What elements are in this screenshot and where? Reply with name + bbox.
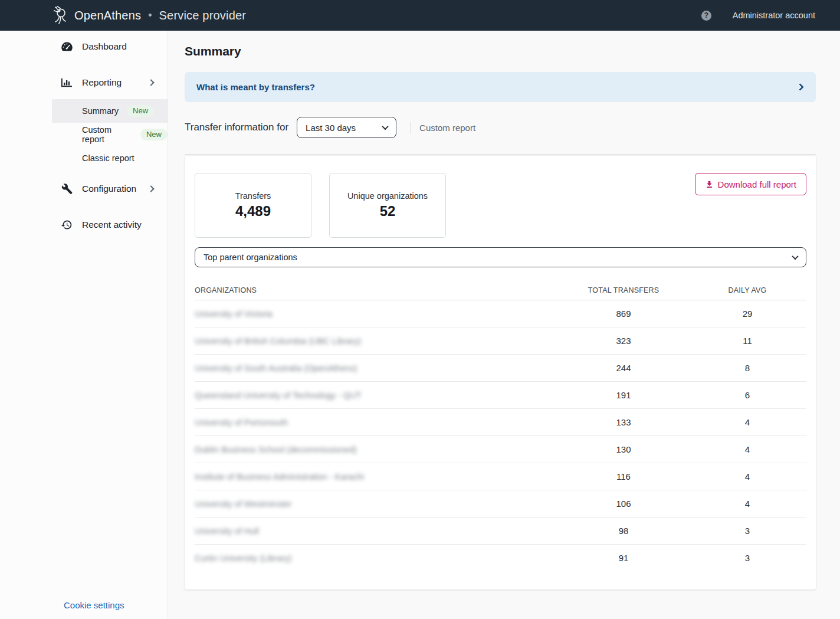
custom-report-link[interactable]: Custom report <box>419 123 475 133</box>
table-row: University of Hull 98 3 <box>195 518 806 545</box>
chevron-down-icon <box>792 253 798 260</box>
new-badge: New <box>127 105 154 117</box>
organization-view-select[interactable]: Top parent organizations <box>195 247 806 267</box>
stat-card-transfers: Transfers 4,489 <box>195 173 311 238</box>
chevron-right-icon <box>147 185 154 192</box>
total-transfers-value: 130 <box>559 436 688 463</box>
daily-avg-value: 3 <box>688 545 806 572</box>
download-icon <box>705 180 714 189</box>
brand-link[interactable]: OpenAthens • Service provider <box>52 5 246 25</box>
sidebar-item-label: Dashboard <box>82 41 127 52</box>
vertical-divider <box>411 122 411 133</box>
table-row: University of South Australia (OpenAthen… <box>195 355 806 382</box>
table-row: Institute of Business Administration - K… <box>195 463 806 490</box>
sidebar-item-custom-report[interactable]: Custom report New <box>52 123 168 146</box>
sidebar-item-reporting[interactable]: Reporting <box>0 70 168 96</box>
stat-card-unique-organizations: Unique organizations 52 <box>329 173 446 238</box>
download-button-label: Download full report <box>718 179 796 189</box>
main-content: Summary What is meant by transfers? Tran… <box>168 31 840 619</box>
stat-value: 52 <box>380 203 396 220</box>
daily-avg-value: 3 <box>688 518 806 545</box>
table-row: University of Westminster 106 4 <box>195 490 806 518</box>
date-range-selected: Last 30 days <box>306 123 356 133</box>
organization-name: Curtin University (Library) <box>195 554 291 563</box>
total-transfers-value: 91 <box>559 545 688 572</box>
daily-avg-value: 29 <box>688 300 806 327</box>
total-transfers-value: 191 <box>559 382 688 409</box>
table-row: Dublin Business School (decommissioned) … <box>195 436 806 463</box>
organization-name: University of Westminster <box>195 499 291 509</box>
openathens-logo-icon <box>52 5 68 25</box>
daily-avg-value: 8 <box>688 355 806 382</box>
account-menu[interactable]: Administrator account <box>733 11 815 20</box>
organization-name: University of South Australia (OpenAthen… <box>195 363 357 373</box>
chevron-right-icon <box>147 79 154 86</box>
total-transfers-value: 869 <box>559 300 688 327</box>
table-row: Curtin University (Library) 91 3 <box>195 545 806 572</box>
bar-chart-icon <box>60 77 73 88</box>
organization-name: University of British Columbia (UBC Libr… <box>195 336 361 346</box>
organization-name: Queensland University of Technology - QU… <box>195 391 362 400</box>
sidebar-item-summary[interactable]: Summary New <box>52 99 168 123</box>
sidebar-item-label: Classic report <box>82 153 134 163</box>
wrench-icon <box>60 184 73 195</box>
daily-avg-value: 6 <box>688 382 806 409</box>
table-row: University of Victoria 869 29 <box>195 300 806 327</box>
column-header-total-transfers: TOTAL TRANSFERS <box>559 281 688 300</box>
daily-avg-value: 4 <box>688 463 806 490</box>
banner-text: What is meant by transfers? <box>196 82 315 92</box>
table-header-row: ORGANIZATIONS TOTAL TRANSFERS DAILY AVG <box>195 281 806 300</box>
organization-view-selected: Top parent organizations <box>204 253 297 262</box>
chevron-down-icon <box>382 123 388 130</box>
table-row: Queensland University of Technology - QU… <box>195 382 806 409</box>
daily-avg-value: 4 <box>688 490 806 518</box>
stat-label: Transfers <box>235 191 271 201</box>
download-full-report-button[interactable]: Download full report <box>695 173 806 195</box>
sidebar-item-recent-activity[interactable]: Recent activity <box>0 212 168 238</box>
table-row: University of Portsmouth 133 4 <box>195 409 806 436</box>
sidebar: Dashboard Reporting Summary New C <box>0 31 168 619</box>
column-header-daily-avg: DAILY AVG <box>688 281 806 300</box>
total-transfers-value: 116 <box>559 463 688 490</box>
history-icon <box>60 219 73 231</box>
report-panel: Transfers 4,489 Unique organizations 52 … <box>185 156 816 589</box>
organization-name: Dublin Business School (decommissioned) <box>195 445 357 454</box>
sidebar-item-label: Reporting <box>82 77 122 88</box>
organizations-table: ORGANIZATIONS TOTAL TRANSFERS DAILY AVG … <box>195 281 806 572</box>
filter-label: Transfer information for <box>185 122 288 133</box>
daily-avg-value: 4 <box>688 436 806 463</box>
sidebar-item-configuration[interactable]: Configuration <box>0 176 168 202</box>
chevron-right-icon[interactable] <box>796 83 804 91</box>
page-title: Summary <box>185 44 816 58</box>
product-name: Service provider <box>159 9 247 22</box>
help-icon[interactable]: ? <box>701 11 711 21</box>
stat-label: Unique organizations <box>347 191 428 201</box>
transfers-info-banner[interactable]: What is meant by transfers? <box>185 72 816 102</box>
organization-name: Institute of Business Administration - K… <box>195 472 364 482</box>
brand-name: OpenAthens <box>74 9 141 22</box>
sidebar-item-label: Summary <box>82 106 119 116</box>
total-transfers-value: 106 <box>559 490 688 518</box>
cookie-settings-link[interactable]: Cookie settings <box>0 597 168 613</box>
sidebar-item-classic-report[interactable]: Classic report <box>52 146 168 170</box>
sidebar-item-label: Recent activity <box>82 220 142 230</box>
stat-value: 4,489 <box>235 203 271 220</box>
total-transfers-value: 323 <box>559 327 688 355</box>
sidebar-item-label: Custom report <box>82 125 132 144</box>
brand-separator: • <box>147 9 153 22</box>
total-transfers-value: 244 <box>559 355 688 382</box>
section-divider <box>185 154 816 155</box>
new-badge: New <box>140 129 168 140</box>
sidebar-item-label: Configuration <box>82 184 136 194</box>
organization-name: University of Hull <box>195 526 259 536</box>
table-row: University of British Columbia (UBC Libr… <box>195 327 806 355</box>
organization-name: University of Portsmouth <box>195 418 288 427</box>
date-range-select[interactable]: Last 30 days <box>297 117 396 138</box>
organizations-table-body: University of Victoria 869 29 University… <box>195 300 806 572</box>
gauge-icon <box>60 41 73 52</box>
sidebar-item-dashboard[interactable]: Dashboard <box>0 34 168 60</box>
daily-avg-value: 11 <box>688 327 806 355</box>
column-header-organizations: ORGANIZATIONS <box>195 281 559 300</box>
top-navbar: OpenAthens • Service provider ? Administ… <box>0 0 840 31</box>
daily-avg-value: 4 <box>688 409 806 436</box>
